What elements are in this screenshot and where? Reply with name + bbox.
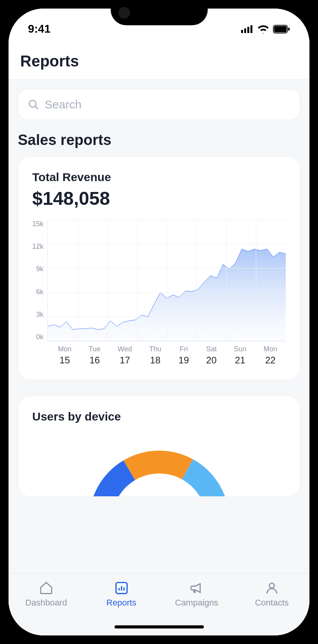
device-notch — [111, 0, 208, 25]
y-tick: 0k — [36, 333, 43, 341]
svg-rect-2 — [247, 27, 249, 33]
revenue-chart: 15k12k9k6k3k0k — [32, 220, 286, 341]
tab-campaigns[interactable]: Campaigns — [165, 581, 228, 608]
tab-label: Contacts — [255, 598, 289, 608]
revenue-chart-plot — [47, 220, 286, 341]
x-tick: Thu18 — [149, 345, 161, 366]
screen: 9:41 Reports Sales reports Total Revenue… — [9, 9, 309, 635]
phone-frame: 9:41 Reports Sales reports Total Revenue… — [0, 0, 318, 644]
tab-reports[interactable]: Reports — [90, 581, 153, 608]
y-tick: 3k — [36, 311, 43, 319]
devices-card: Users by device — [18, 396, 300, 497]
svg-rect-6 — [288, 28, 290, 31]
revenue-chart-x-axis: Mon15Tue16Wed17Thu18Fri19Sat20Sun21Mon22 — [32, 345, 286, 366]
tab-label: Dashboard — [25, 598, 67, 608]
revenue-card: Total Revenue $148,058 15k12k9k6k3k0k — [18, 156, 300, 380]
svg-rect-5 — [274, 26, 287, 32]
search-box[interactable] — [18, 89, 300, 120]
megaphone-icon — [189, 581, 204, 595]
x-tick: Wed17 — [118, 345, 132, 366]
x-tick: Mon22 — [264, 345, 277, 366]
revenue-value: $148,058 — [32, 188, 286, 209]
y-tick: 9k — [36, 265, 43, 273]
bar-chart-icon — [114, 581, 129, 595]
svg-line-8 — [35, 106, 38, 109]
tab-dashboard[interactable]: Dashboard — [15, 581, 77, 608]
page-header: Reports — [9, 45, 309, 80]
tab-label: Campaigns — [175, 598, 218, 608]
x-tick: Tue16 — [89, 345, 101, 366]
svg-point-13 — [269, 583, 275, 588]
revenue-chart-y-axis: 15k12k9k6k3k0k — [32, 220, 47, 341]
svg-rect-3 — [250, 25, 252, 33]
content: Sales reports Total Revenue $148,058 15k… — [9, 80, 309, 573]
home-indicator[interactable] — [115, 625, 204, 628]
donut-segment — [123, 450, 193, 480]
devices-donut — [32, 431, 286, 497]
home-icon — [39, 581, 54, 595]
tab-label: Reports — [106, 598, 136, 608]
search-icon — [28, 99, 39, 110]
cellular-icon — [241, 25, 254, 33]
y-tick: 15k — [32, 220, 43, 228]
svg-rect-1 — [244, 28, 246, 33]
devices-card-title: Users by device — [32, 410, 286, 423]
x-tick: Sun21 — [234, 345, 246, 366]
battery-icon — [273, 25, 290, 33]
x-tick: Fri19 — [179, 345, 189, 366]
person-icon — [264, 581, 279, 595]
y-tick: 6k — [36, 288, 43, 296]
wifi-icon — [257, 25, 269, 33]
x-tick: Mon15 — [58, 345, 71, 366]
page-title: Reports — [20, 52, 298, 70]
section-title: Sales reports — [18, 132, 300, 148]
devices-donut-svg — [78, 431, 241, 497]
revenue-card-title: Total Revenue — [32, 171, 286, 184]
y-tick: 12k — [32, 243, 43, 251]
x-tick: Sat20 — [206, 345, 217, 366]
status-right — [241, 25, 290, 33]
svg-rect-0 — [241, 30, 243, 33]
tab-contacts[interactable]: Contacts — [241, 581, 303, 608]
search-input[interactable] — [45, 98, 290, 111]
status-time: 9:41 — [28, 23, 50, 35]
